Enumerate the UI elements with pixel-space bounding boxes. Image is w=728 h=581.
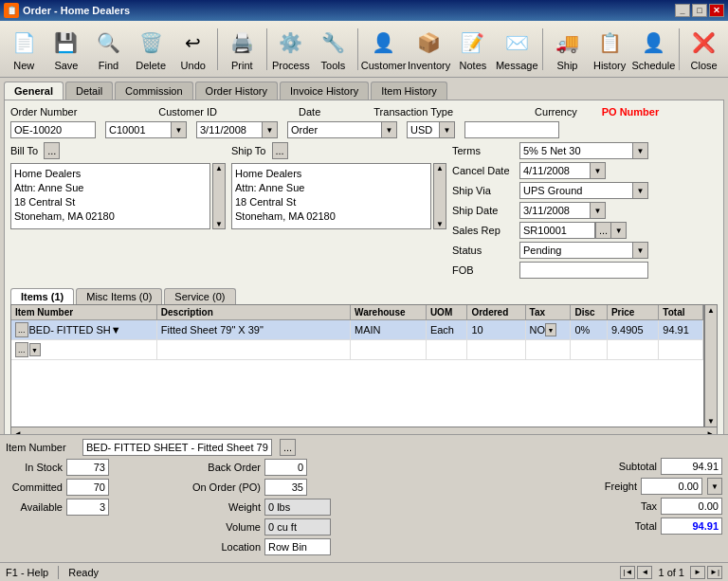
ship-via-input[interactable]: [519, 182, 633, 199]
ship-via-dropdown[interactable]: ▼: [633, 182, 648, 199]
title-bar: 📋 Order - Home Dealers _ □ ✕: [0, 0, 728, 21]
tax-dropdown[interactable]: ▼: [545, 323, 556, 336]
process-icon: ⚙️: [276, 27, 306, 58]
volume-value: [264, 518, 331, 536]
customer-id-label: Customer ID: [158, 106, 217, 118]
tab-general[interactable]: General: [4, 82, 64, 100]
bottom-right: Subtotal 94.91 Freight 0.00 ▼ Tax 0.00 T…: [366, 439, 722, 558]
item-dots-button[interactable]: ...: [15, 322, 28, 337]
sales-rep-input[interactable]: [519, 222, 595, 239]
cell-warehouse: MAIN: [351, 320, 427, 340]
save-button[interactable]: 💾 Save: [46, 24, 87, 75]
table-vscrollbar[interactable]: ▲ ▼: [704, 304, 718, 427]
item-number-label: Item Number: [6, 442, 77, 453]
sales-rep-dropdown[interactable]: ▼: [611, 222, 627, 239]
tools-button[interactable]: 🔧 Tools: [313, 24, 354, 75]
tab-service[interactable]: Service (0): [164, 288, 235, 304]
subtotal-value: 94.91: [661, 458, 722, 475]
item-number-dots[interactable]: ...: [280, 439, 296, 456]
tab-detail[interactable]: Detail: [65, 82, 113, 100]
new-item-dots-button[interactable]: ...: [15, 342, 28, 357]
order-number-input[interactable]: [10, 121, 96, 138]
bill-to-dots-button[interactable]: ...: [44, 142, 60, 159]
tab-item-history[interactable]: Item History: [371, 82, 447, 100]
separator-3: [357, 28, 358, 70]
tab-commission[interactable]: Commission: [115, 82, 193, 100]
close-button-toolbar[interactable]: ❌ Close: [683, 24, 724, 75]
next-page-btn[interactable]: ►: [690, 566, 705, 579]
ship-date-dropdown[interactable]: ▼: [591, 202, 606, 219]
date-input[interactable]: [196, 121, 263, 138]
back-order-value: 0: [264, 459, 307, 476]
ship-date-input[interactable]: [519, 202, 591, 219]
status-input[interactable]: [519, 242, 633, 259]
prev-page-btn[interactable]: ◄: [637, 566, 652, 579]
freight-dropdown[interactable]: ▼: [707, 478, 722, 495]
ship-date-label: Ship Date: [452, 205, 514, 216]
table-row[interactable]: ... BED- FITTED SH▼ Fitted Sheet 79" X 3…: [11, 320, 703, 340]
tab-order-history[interactable]: Order History: [195, 82, 278, 100]
minimize-button[interactable]: _: [675, 4, 690, 17]
bill-to-scroll[interactable]: ▲ ▼: [212, 163, 226, 229]
total-value: 94.91: [661, 517, 722, 535]
separator-1: [217, 28, 218, 70]
transaction-type-input[interactable]: [287, 121, 382, 138]
status-dropdown[interactable]: ▼: [633, 242, 648, 259]
order-number-label: Order Number: [10, 106, 77, 118]
last-page-btn[interactable]: ►|: [707, 566, 722, 579]
freight-value: 0.00: [641, 478, 702, 495]
history-button[interactable]: 📋 History: [590, 24, 630, 75]
terms-dropdown[interactable]: ▼: [633, 142, 648, 159]
item-number-value[interactable]: [82, 439, 272, 456]
col-ordered: Ordered: [467, 305, 525, 320]
date-dropdown[interactable]: ▼: [263, 121, 278, 138]
po-number-input[interactable]: [464, 121, 559, 138]
cell-price: 9.4905: [607, 320, 658, 340]
transaction-type-dropdown[interactable]: ▼: [382, 121, 397, 138]
ship-label: Ship: [556, 60, 577, 71]
currency-dropdown[interactable]: ▼: [440, 121, 455, 138]
schedule-button[interactable]: 👤 Schedule: [631, 24, 675, 75]
ship-to-scroll[interactable]: ▲ ▼: [433, 163, 446, 229]
find-button[interactable]: 🔍 Find: [88, 24, 129, 75]
customer-id-input[interactable]: [105, 121, 172, 138]
tab-misc-items[interactable]: Misc Items (0): [76, 288, 162, 304]
weight-row: Weight: [185, 499, 362, 516]
notes-button[interactable]: 📝 Notes: [453, 24, 494, 75]
toolbar: 📄 New 💾 Save 🔍 Find 🗑️ Delete ↩ Undo 🖨️ …: [0, 21, 728, 78]
message-button[interactable]: ✉️ Message: [495, 24, 538, 75]
new-item-dropdown[interactable]: ▼: [29, 343, 41, 356]
inventory-button[interactable]: 📦 Inventory: [408, 24, 451, 75]
terms-label: Terms: [452, 145, 514, 156]
tab-items[interactable]: Items (1): [10, 288, 74, 304]
first-page-btn[interactable]: |◄: [620, 566, 635, 579]
currency-input[interactable]: [407, 121, 440, 138]
new-button[interactable]: 📄 New: [4, 24, 45, 75]
terms-input[interactable]: [519, 142, 633, 159]
items-table-container: Item Number Description Warehouse UOM Or…: [10, 304, 704, 427]
ship-to-dots-button[interactable]: ...: [272, 142, 288, 159]
undo-icon: ↩: [178, 27, 209, 58]
committed-value: 70: [66, 479, 109, 496]
customer-id-dropdown[interactable]: ▼: [172, 121, 187, 138]
customer-button[interactable]: 👤 Customer: [362, 24, 406, 75]
maximize-button[interactable]: □: [692, 4, 707, 17]
committed-label: Committed: [6, 481, 63, 493]
print-button[interactable]: 🖨️ Print: [222, 24, 263, 75]
tax-total-row: Tax 0.00: [600, 498, 722, 515]
undo-button[interactable]: ↩ Undo: [173, 24, 213, 75]
close-button[interactable]: ✕: [709, 4, 724, 17]
volume-label: Volume: [185, 521, 261, 533]
volume-row: Volume: [185, 518, 362, 536]
delete-button[interactable]: 🗑️ Delete: [131, 24, 172, 75]
location-value[interactable]: [264, 538, 331, 555]
main-tab-strip: General Detail Commission Order History …: [4, 82, 724, 100]
sales-rep-dots[interactable]: ...: [595, 222, 611, 239]
process-button[interactable]: ⚙️ Process: [271, 24, 312, 75]
ship-to-label: Ship To: [231, 145, 266, 156]
fob-input[interactable]: [519, 262, 648, 279]
cancel-date-input[interactable]: [519, 162, 591, 179]
ship-button[interactable]: 🚚 Ship: [547, 24, 588, 75]
cancel-date-dropdown[interactable]: ▼: [591, 162, 606, 179]
tab-invoice-history[interactable]: Invoice History: [280, 82, 369, 100]
